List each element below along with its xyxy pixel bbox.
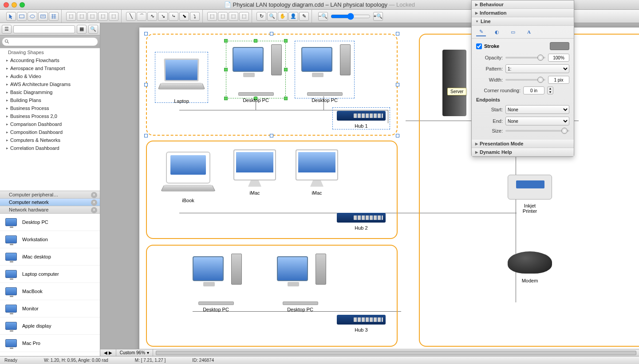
connector1-tool[interactable]: ↘	[158, 12, 168, 21]
group-tool[interactable]: ⬚	[207, 12, 217, 21]
tree-view-tab[interactable]: ☰	[2, 25, 12, 34]
library-item[interactable]: Aerospace and Transport	[0, 64, 100, 72]
shape-desktop-pc[interactable]: Desktop PC	[188, 254, 244, 312]
zoom-slider[interactable]	[331, 13, 371, 20]
shape-palette[interactable]: Desktop PCWorkstationiMac desktopLaptop …	[0, 214, 100, 356]
library-item[interactable]: Accounting Flowcharts	[0, 56, 100, 64]
width-slider[interactable]	[505, 79, 545, 81]
open-lib-hardware[interactable]: Network hardware×	[0, 206, 100, 214]
pattern-select[interactable]: 1:	[505, 64, 569, 73]
shape-palette-item[interactable]: Monitor	[0, 300, 100, 317]
selection-handle[interactable]	[284, 68, 288, 71]
shape-palette-item[interactable]: Workstation	[0, 231, 100, 248]
shape-palette-item[interactable]: iMac desktop	[0, 248, 100, 266]
width-input[interactable]	[548, 76, 569, 84]
close-window-button[interactable]	[4, 2, 9, 8]
end-select[interactable]: None	[505, 117, 569, 125]
library-item[interactable]: Building Plans	[0, 96, 100, 104]
zoom-window-button[interactable]	[20, 2, 25, 8]
section-presentation[interactable]: ▶Presentation Mode	[472, 140, 574, 148]
start-select[interactable]: None	[505, 105, 569, 114]
selection-handle[interactable]	[254, 39, 257, 43]
open-lib-network[interactable]: Computer network×	[0, 199, 100, 206]
selection-handle[interactable]	[284, 97, 288, 100]
opacity-input[interactable]	[548, 54, 569, 62]
library-search-input[interactable]	[2, 37, 98, 46]
library-item[interactable]: AWS Architecture Diagrams	[0, 80, 100, 88]
actor-tool[interactable]: 👤	[288, 12, 298, 21]
library-list[interactable]: Drawing Shapes Accounting FlowchartsAero…	[0, 48, 100, 191]
library-item[interactable]: Comparison Dashboard	[0, 120, 100, 128]
lock-tool[interactable]: ⬚	[229, 12, 238, 21]
library-item[interactable]: Composition Dashboard	[0, 128, 100, 136]
grid-tool[interactable]	[49, 12, 59, 21]
selection-handle[interactable]	[144, 134, 148, 137]
shape-imac[interactable]: iMac	[228, 149, 281, 196]
zoom-tool[interactable]: 🔍	[267, 12, 277, 21]
search-tab[interactable]: 🔍	[88, 25, 98, 34]
shape-laptop[interactable]: Laptop	[157, 59, 206, 104]
selection-handle[interactable]	[270, 32, 273, 35]
shape-desktop-pc[interactable]: Desktop PC	[228, 44, 284, 103]
library-item[interactable]: Computers & Networks	[0, 136, 100, 144]
library-item[interactable]: Business Process	[0, 104, 100, 112]
shape-server[interactable]	[437, 50, 472, 116]
shape-desktop-pc[interactable]: Desktop PC	[297, 44, 352, 103]
selection-handle[interactable]	[224, 39, 228, 43]
selection-handle[interactable]	[396, 134, 399, 137]
horizontal-scrollbar[interactable]	[156, 351, 636, 355]
shape-modem[interactable]: Modem	[503, 251, 556, 283]
text-tab[interactable]: A	[524, 27, 534, 36]
zoom-in-button[interactable]: +🔍	[373, 12, 383, 21]
connector4-tool[interactable]: ⤵	[190, 12, 200, 21]
shape-printer[interactable]: Inkjet Printer	[503, 175, 556, 214]
size-slider[interactable]: .sld.size::after{left:4px;right:auto}	[505, 130, 569, 132]
unlock-tool[interactable]: ⬚	[239, 12, 249, 21]
shape-desktop-pc[interactable]: Desktop PC	[272, 254, 328, 312]
line-tool[interactable]: ╲	[126, 12, 136, 21]
library-item[interactable]: Correlation Dashboard	[0, 144, 100, 152]
shape-hub[interactable]: Hub 2	[335, 213, 388, 231]
library-item[interactable]: Audio & Video	[0, 72, 100, 80]
stroke-tab[interactable]: ✎	[476, 27, 486, 36]
align-center-tool[interactable]: ⬚	[77, 12, 87, 21]
align-left-tool[interactable]: ⬚	[66, 12, 76, 21]
shape-palette-item[interactable]: Desktop PC	[0, 214, 100, 231]
shadow-tab[interactable]: ◐	[492, 27, 502, 36]
shape-ibook[interactable]: iBook	[162, 152, 215, 203]
open-lib-peripheral[interactable]: Computer peripheral…×	[0, 191, 100, 199]
hand-tool[interactable]: ✋	[278, 12, 288, 21]
shape-palette-item[interactable]: iPhone 4	[0, 352, 100, 356]
stroke-color-well[interactable]	[550, 42, 569, 50]
rect-tool[interactable]	[17, 12, 27, 21]
distribute-v-tool[interactable]: ⬚	[109, 12, 118, 21]
library-item[interactable]: Business Process 2,0	[0, 112, 100, 120]
corner-input[interactable]	[523, 86, 544, 94]
pointer-tool[interactable]	[6, 12, 16, 21]
shape-imac[interactable]: iMac	[290, 149, 343, 196]
fill-tab[interactable]: ▭	[508, 27, 518, 36]
refresh-tool[interactable]: ↻	[256, 12, 266, 21]
selection-handle[interactable]	[284, 39, 288, 43]
shape-hub[interactable]: Hub 3	[335, 315, 388, 333]
curve-tool[interactable]: ∿	[147, 12, 157, 21]
align-right-tool[interactable]: ⬚	[87, 12, 97, 21]
arc-tool[interactable]: ⌒	[137, 12, 146, 21]
section-information[interactable]: ▶Information	[472, 9, 574, 17]
grid-view-tab[interactable]: ▦	[77, 25, 87, 34]
shape-palette-item[interactable]: Apple display	[0, 317, 100, 335]
ungroup-tool[interactable]: ⬚	[218, 12, 228, 21]
pen-tool[interactable]: ✎	[299, 12, 309, 21]
selection-handle[interactable]	[144, 32, 148, 35]
opacity-slider[interactable]	[505, 57, 545, 59]
inspector-panel[interactable]: ▶Behaviour ▶Information ▼Line ✎ ◐ ▭ A St…	[471, 0, 574, 157]
minimize-window-button[interactable]	[12, 2, 17, 8]
ellipse-tool[interactable]	[28, 12, 37, 21]
distribute-h-tool[interactable]: ⬚	[98, 12, 108, 21]
stroke-checkbox[interactable]	[476, 43, 482, 49]
sidebar-filter-input[interactable]	[13, 25, 75, 33]
zoom-dropdown[interactable]: Custom 96% ▾	[116, 349, 153, 356]
shape-palette-item[interactable]: Mac Pro	[0, 335, 100, 352]
zoom-out-button[interactable]: −🔍	[318, 12, 328, 21]
connector3-tool[interactable]: ⬊	[179, 12, 189, 21]
